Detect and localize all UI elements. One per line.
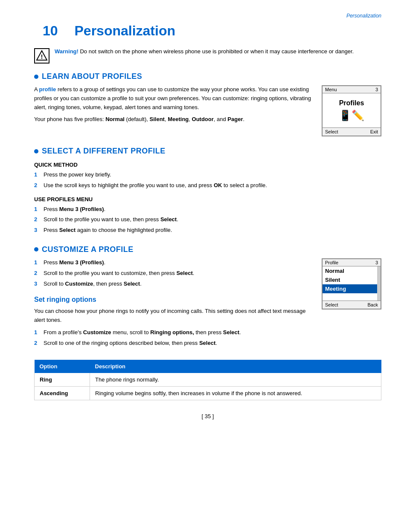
scroll-bar (377, 266, 381, 301)
step-item: 1Press Menu 3 (Profiles). (34, 205, 381, 214)
profile-item-normal: Normal (323, 266, 381, 275)
profiles-screen-main: Profiles 📱✏️ (323, 93, 381, 127)
page-header: Personalization (34, 13, 381, 19)
step-item: 1Press Menu 3 (Profiles). (34, 258, 313, 267)
quick-method-heading: QUICK METHOD (34, 162, 381, 168)
step-item: 2Use the scroll keys to highlight the pr… (34, 181, 381, 190)
learn-body2: Your phone has five profiles: Normal (de… (34, 115, 313, 124)
profiles-screen-softkeys: Select Exit (323, 127, 381, 136)
bullet-icon (34, 75, 38, 79)
use-profiles-steps: 1Press Menu 3 (Profiles). 2Scroll to the… (34, 205, 381, 235)
ringing-options-heading: Set ringing options (34, 296, 313, 304)
warning-box: ! Warning! Do not switch on the phone wh… (34, 47, 381, 64)
profile-item-silent: Silent (323, 275, 381, 284)
customize-section-text: 1Press Menu 3 (Profiles). 2Scroll to the… (34, 258, 313, 350)
use-profiles-heading: USE PROFILES MENU (34, 196, 381, 202)
profile-list-items: Normal Silent Meeting (323, 266, 381, 301)
table-cell-desc: The phone rings normally. (90, 373, 381, 387)
ringing-body1: You can choose how your phone rings to n… (34, 307, 313, 325)
section-learn-about-profiles: LEARN ABOUT PROFILES A profile refers to… (34, 72, 381, 136)
section-customize-heading: CUSTOMIZE A PROFILE (34, 245, 381, 254)
step-item: 2Scroll to the profile you want to custo… (34, 269, 313, 278)
ringing-steps: 1From a profile's Customize menu, scroll… (34, 328, 313, 348)
step-item: 3Press Select again to choose the highli… (34, 226, 381, 235)
section-customize-profile: CUSTOMIZE A PROFILE 1Press Menu 3 (Profi… (34, 245, 381, 350)
learn-body1: A profile refers to a group of settings … (34, 85, 313, 112)
table-cell-option: Ring (35, 373, 90, 387)
step-item: 3Scroll to Customize, then press Select. (34, 280, 313, 289)
step-item: 1From a profile's Customize menu, scroll… (34, 328, 313, 337)
warning-text: Warning! Do not switch on the phone when… (55, 47, 354, 56)
table-col-option: Option (35, 360, 90, 373)
svg-text:!: ! (41, 53, 43, 60)
step-item: 2Scroll to the profile you want to use, … (34, 215, 381, 224)
profile-item-meeting: Meeting (323, 284, 381, 293)
chapter-title: 10 Personalization (34, 23, 381, 39)
table-cell-desc: Ringing volume begins softly, then incre… (90, 386, 381, 400)
page-footer: [ 35 ] (34, 413, 381, 419)
profile-list-softkeys: Select Back (323, 301, 381, 309)
profile-list-phone-screen: Profile 3 Normal Silent Meeting Select B… (322, 258, 381, 309)
table-row: Ascending Ringing volume begins softly, … (35, 386, 381, 400)
section-select-heading: SELECT A DIFFERENT PROFILE (34, 147, 381, 156)
section-learn-heading: LEARN ABOUT PROFILES (34, 72, 381, 81)
warning-icon: ! (34, 48, 49, 64)
quick-method-steps: 1Press the power key briefly. 2Use the s… (34, 171, 381, 190)
step-item: 1Press the power key briefly. (34, 171, 381, 179)
ringing-options-table: Option Description Ring The phone rings … (34, 360, 381, 400)
profiles-phone-screen: Menu 3 Profiles 📱✏️ Select Exit (322, 85, 381, 136)
customize-section-content: 1Press Menu 3 (Profiles). 2Scroll to the… (34, 258, 381, 350)
customize-steps: 1Press Menu 3 (Profiles). 2Scroll to the… (34, 258, 313, 288)
profile-list-titlebar: Profile 3 (323, 259, 381, 266)
step-item: 2Scroll to one of the ringing options de… (34, 339, 313, 348)
bullet-icon-2 (34, 149, 38, 153)
profiles-screen-titlebar: Menu 3 (323, 86, 381, 93)
table-col-description: Description (90, 360, 381, 373)
table-row: Ring The phone rings normally. (35, 373, 381, 387)
bullet-icon-3 (34, 247, 38, 252)
learn-section-content: A profile refers to a group of settings … (34, 85, 381, 136)
learn-section-text: A profile refers to a group of settings … (34, 85, 313, 127)
table-cell-option: Ascending (35, 386, 90, 400)
profiles-icon: 📱✏️ (339, 110, 364, 121)
section-select-profile: SELECT A DIFFERENT PROFILE QUICK METHOD … (34, 147, 381, 235)
